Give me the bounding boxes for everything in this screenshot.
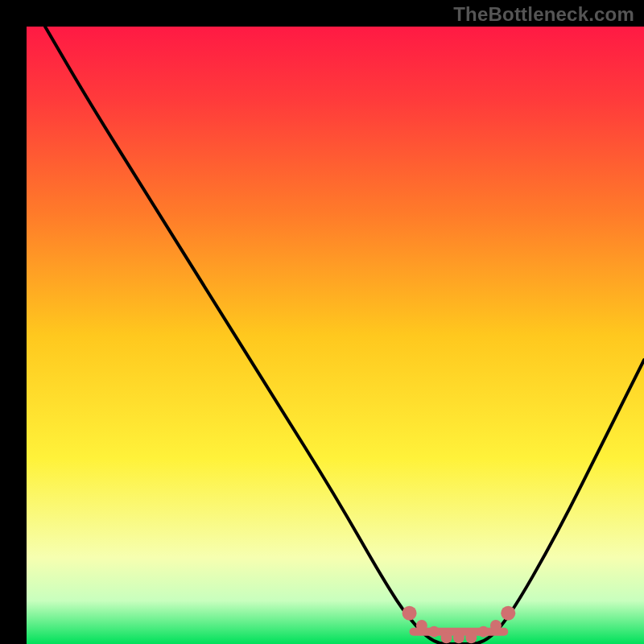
marker-dot: [478, 626, 489, 638]
bottleneck-chart: [0, 0, 644, 644]
chart-container: TheBottleneck.com: [0, 0, 644, 644]
marker-dot: [441, 632, 452, 643]
marker-dot: [490, 620, 502, 631]
plot-area: [27, 27, 644, 644]
watermark-text: TheBottleneck.com: [453, 3, 634, 26]
marker-dot: [416, 620, 427, 631]
marker-dot: [402, 606, 417, 621]
marker-dot: [465, 632, 477, 643]
marker-dot: [453, 632, 464, 643]
marker-dot: [428, 626, 440, 638]
marker-dot: [501, 606, 515, 621]
